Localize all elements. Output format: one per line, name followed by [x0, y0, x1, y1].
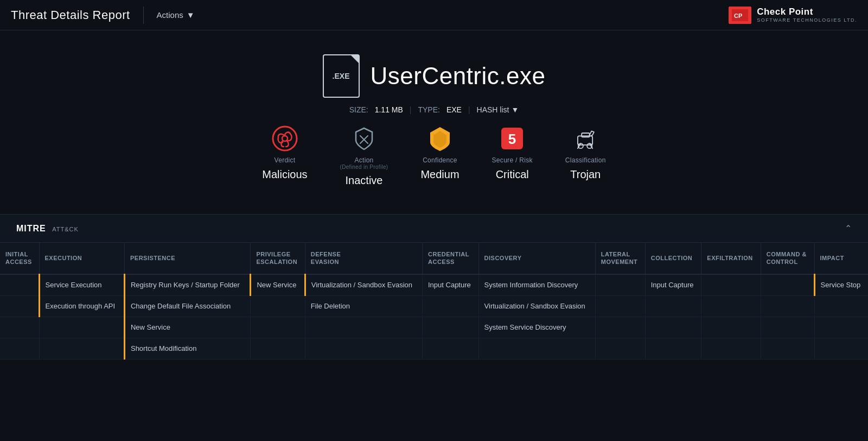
classification-metric: Classification Trojan: [565, 125, 606, 181]
r2-collection: [645, 295, 701, 317]
file-name: UserCentric.exe: [371, 62, 546, 90]
classification-icon: [572, 125, 599, 152]
mitre-section: MITRE ATT&CK ⌃ INITIALACCESS EXECUTION P…: [0, 214, 868, 360]
r2-impact: [814, 295, 868, 317]
risk-icon: 5: [499, 125, 526, 152]
mitre-title-area: MITRE ATT&CK: [16, 224, 79, 234]
col-defense-evasion: DEFENSEEVASION: [305, 243, 422, 274]
hash-list-button[interactable]: HASH list ▼: [477, 105, 519, 114]
risk-metric: 5 Secure / Risk Critical: [492, 125, 533, 181]
r4-c2: [761, 338, 814, 360]
col-lateral-movement: LATERALMOVEMENT: [595, 243, 645, 274]
r4-privilege: [251, 338, 305, 360]
r1-exfil: [701, 274, 761, 296]
r3-credential: [423, 317, 479, 338]
r3-privilege: [251, 317, 305, 338]
classification-label: Classification: [565, 156, 606, 164]
r1-execution: Service Execution: [39, 274, 124, 296]
r1-persistence: Registry Run Keys / Startup Folder: [124, 274, 250, 296]
r1-collection: Input Capture: [645, 274, 701, 296]
r4-impact: [814, 338, 868, 360]
brand-name: Check Point: [757, 7, 857, 17]
risk-label: Secure / Risk: [492, 156, 533, 164]
actions-button[interactable]: Actions ▼: [152, 8, 199, 22]
size-label: SIZE:: [349, 105, 368, 114]
r4-persistence: Shortcut Modification: [124, 338, 250, 360]
confidence-icon: [426, 125, 454, 152]
mitre-row-2: Execution through API Change Default Fil…: [0, 295, 868, 317]
header-divider: [143, 7, 144, 24]
verdict-label: Verdict: [275, 156, 296, 164]
r3-execution: [39, 317, 124, 338]
classification-value: Trojan: [570, 168, 601, 181]
r3-defense: [305, 317, 422, 338]
r3-lateral: [595, 317, 645, 338]
action-label: Action (Defined in Profile): [340, 156, 388, 170]
col-persistence: PERSISTENCE: [124, 243, 250, 274]
r1-privilege: New Service: [251, 274, 305, 296]
r2-execution: Execution through API: [39, 295, 124, 317]
size-value: 1.11 MB: [375, 105, 403, 114]
r3-collection: [645, 317, 701, 338]
r1-c2: [761, 274, 814, 296]
checkpoint-logo-text: Check Point SOFTWARE TECHNOLOGIES LTD.: [757, 7, 857, 23]
col-privilege-escalation: PRIVILEGEESCALATION: [251, 243, 305, 274]
mitre-row-4: Shortcut Modification: [0, 338, 868, 360]
r2-initial: [0, 295, 39, 317]
col-discovery: DISCOVERY: [478, 243, 595, 274]
r1-discovery: System Information Discovery: [478, 274, 595, 296]
checkpoint-logo-icon: CP: [729, 7, 751, 24]
mitre-table-wrapper: INITIALACCESS EXECUTION PERSISTENCE PRIV…: [0, 243, 868, 360]
file-icon: .EXE: [323, 54, 360, 98]
metrics-row: Verdict Malicious Action (Defined in: [262, 125, 605, 187]
file-info-section: .EXE UserCentric.exe SIZE: 1.11 MB | TYP…: [0, 43, 868, 203]
mitre-title: MITRE ATT&CK: [16, 224, 79, 233]
r3-discovery: System Service Discovery: [478, 317, 595, 338]
col-command-control: COMMAND &CONTROL: [761, 243, 814, 274]
confidence-metric: Confidence Medium: [420, 125, 459, 181]
action-sub-label: (Defined in Profile): [340, 164, 388, 170]
risk-value: Critical: [496, 168, 529, 181]
header: Threat Details Report Actions ▼ CP Check…: [0, 0, 868, 30]
r4-lateral: [595, 338, 645, 360]
file-header: .EXE UserCentric.exe: [323, 54, 546, 98]
col-execution: EXECUTION: [39, 243, 124, 274]
mitre-collapse-button[interactable]: ⌃: [845, 223, 852, 234]
r2-defense: File Deletion: [305, 295, 422, 317]
svg-point-2: [273, 127, 297, 150]
col-initial-access: INITIALACCESS: [0, 243, 39, 274]
r4-defense: [305, 338, 422, 360]
r4-collection: [645, 338, 701, 360]
r2-exfil: [701, 295, 761, 317]
col-exfiltration: EXFILTRATION: [701, 243, 761, 274]
action-metric: Action (Defined in Profile) Inactive: [340, 125, 388, 187]
r2-c2: [761, 295, 814, 317]
r4-initial: [0, 338, 39, 360]
page-title: Threat Details Report: [11, 8, 143, 22]
file-type-label: .EXE: [333, 72, 350, 80]
col-credential-access: CREDENTIALACCESS: [423, 243, 479, 274]
actions-label: Actions: [157, 10, 183, 20]
r1-initial: [0, 274, 39, 296]
r1-lateral: [595, 274, 645, 296]
r4-exfil: [701, 338, 761, 360]
r4-credential: [423, 338, 479, 360]
r1-defense: Virtualization / Sandbox Evasion: [305, 274, 422, 296]
logo-area: CP Check Point SOFTWARE TECHNOLOGIES LTD…: [729, 7, 857, 24]
hash-chevron-icon: ▼: [511, 105, 519, 114]
hash-list-label: HASH list: [477, 105, 509, 114]
mitre-row-3: New Service System Service Discovery: [0, 317, 868, 338]
svg-text:CP: CP: [734, 12, 742, 19]
r3-impact: [814, 317, 868, 338]
action-value: Inactive: [346, 174, 383, 187]
r3-c2: [761, 317, 814, 338]
main-content: .EXE UserCentric.exe SIZE: 1.11 MB | TYP…: [0, 30, 868, 360]
type-value: EXE: [446, 105, 462, 114]
r2-lateral: [595, 295, 645, 317]
verdict-metric: Verdict Malicious: [262, 125, 307, 181]
r2-privilege: [251, 295, 305, 317]
r2-persistence: Change Default File Association: [124, 295, 250, 317]
verdict-icon: [271, 125, 298, 152]
r4-execution: [39, 338, 124, 360]
type-label: TYPE:: [418, 105, 439, 114]
